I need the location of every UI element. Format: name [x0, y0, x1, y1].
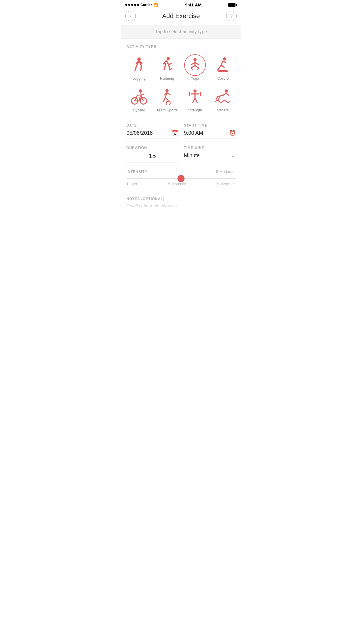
duration-label: DURATION [126, 146, 178, 150]
page-title: Add Exercise [162, 12, 200, 20]
jogging-label: Jogging [132, 76, 146, 80]
others-label: Others [217, 108, 229, 112]
duration-unit-row: DURATION − 15 + TIME UNIT Minute ⌄ [126, 146, 236, 162]
cycling-icon [131, 89, 147, 105]
activity-cycling[interactable]: Cycling [126, 86, 152, 115]
yoga-label: Yoga [191, 76, 199, 80]
duration-minus-button[interactable]: − [126, 153, 131, 160]
notes-section: NOTES (OPTIONAL) Details about the exerc… [126, 197, 236, 208]
yoga-icon-container [186, 56, 204, 74]
calendar-icon: 📅 [172, 130, 178, 136]
strength-icon-container [186, 88, 204, 106]
svg-point-9 [223, 57, 226, 61]
time-unit-field: TIME UNIT Minute ⌄ [184, 146, 236, 162]
slider-labels: 1-Light 5-Moderate 9-Maximum [126, 182, 236, 191]
intensity-max-label: 9-Maximum [217, 182, 236, 186]
carrier-label: Carrier [140, 3, 152, 7]
team-sports-label: Team Sports [157, 108, 178, 112]
svg-point-14 [166, 89, 169, 92]
activity-team-sports[interactable]: Team Sports [154, 86, 180, 115]
help-button[interactable]: ? [226, 11, 237, 21]
running-label: Running [160, 76, 174, 80]
others-icon [215, 89, 231, 105]
duration-field: DURATION − 15 + [126, 146, 178, 162]
svg-point-16 [194, 90, 197, 93]
back-button[interactable]: ‹ [125, 11, 136, 21]
battery-icon [228, 3, 237, 7]
slider-fill [126, 178, 181, 179]
intensity-min-label: 1-Light [126, 182, 137, 186]
svg-rect-17 [189, 92, 190, 96]
activity-yoga[interactable]: Yoga [182, 54, 208, 83]
yoga-icon [189, 57, 201, 73]
svg-point-15 [166, 101, 170, 105]
start-time-label: START TIME [184, 123, 236, 127]
svg-line-3 [135, 66, 137, 70]
slider-track [126, 178, 236, 179]
start-time-value-row[interactable]: 9:00 AM ⏰ [184, 130, 236, 139]
date-value-row[interactable]: 05/08/2018 📅 [126, 130, 178, 139]
intensity-slider-container[interactable] [126, 178, 236, 179]
cardio-icon-container [214, 56, 232, 74]
back-icon: ‹ [130, 13, 131, 19]
start-time-value: 9:00 AM [184, 130, 203, 136]
status-left: Carrier 📶 [125, 3, 158, 7]
help-icon: ? [230, 13, 233, 19]
activity-strength[interactable]: Strength [182, 86, 208, 115]
date-field: DATE 05/08/2018 📅 [126, 123, 178, 139]
chevron-down-icon: ⌄ [231, 152, 236, 159]
duration-value: 15 [149, 152, 156, 160]
time-unit-label: TIME UNIT [184, 146, 236, 150]
activity-others[interactable]: Others [210, 86, 236, 115]
activity-jogging[interactable]: Jogging [126, 54, 152, 83]
intensity-value: 5-Moderate [216, 169, 236, 174]
intensity-mid-label: 5-Moderate [168, 182, 186, 186]
slider-thumb[interactable] [178, 175, 184, 182]
time-unit-dropdown[interactable]: Minute ⌄ [184, 152, 236, 161]
status-time: 9:41 AM [185, 2, 202, 7]
notes-placeholder[interactable]: Details about the exercise... [126, 203, 236, 208]
notes-label: NOTES (OPTIONAL) [126, 197, 236, 201]
nav-bar: ‹ Add Exercise ? [121, 8, 241, 25]
svg-point-11 [139, 89, 142, 92]
svg-point-7 [167, 57, 170, 60]
team-sports-icon [160, 89, 174, 105]
svg-point-8 [194, 58, 197, 61]
svg-line-4 [141, 66, 141, 70]
svg-rect-10 [218, 70, 228, 72]
intensity-label: INTENSITY [126, 170, 147, 174]
team-sports-icon-container [158, 88, 176, 106]
activity-cardio[interactable]: Cardio [210, 54, 236, 83]
activity-grid: Jogging Running [126, 54, 236, 115]
jogging-icon [132, 57, 146, 73]
time-unit-value: Minute [184, 153, 200, 159]
activity-type-label: ACTIVITY TYPE [126, 45, 236, 49]
activity-running[interactable]: Running [154, 54, 180, 83]
clock-icon: ⏰ [229, 130, 236, 136]
signal-dots [125, 4, 139, 6]
svg-point-19 [225, 90, 228, 93]
cardio-icon [216, 57, 230, 73]
plus-icon: + [174, 152, 178, 160]
cycling-label: Cycling [133, 108, 145, 112]
date-time-row: DATE 05/08/2018 📅 START TIME 9:00 AM ⏰ [126, 123, 236, 139]
running-icon-container [158, 56, 176, 74]
status-bar: Carrier 📶 9:41 AM [121, 0, 241, 8]
cycling-icon-container [130, 88, 148, 106]
duration-stepper: − 15 + [126, 152, 178, 162]
duration-plus-button[interactable]: + [174, 153, 178, 160]
strength-label: Strength [188, 108, 202, 112]
svg-rect-18 [200, 92, 201, 96]
tap-banner-text: Tap to select activity type [155, 29, 207, 34]
start-time-field: START TIME 9:00 AM ⏰ [184, 123, 236, 139]
wifi-icon: 📶 [153, 3, 158, 7]
date-label: DATE [126, 123, 178, 127]
activity-type-banner[interactable]: Tap to select activity type [121, 25, 241, 39]
main-content: ACTIVITY TYPE Jogging [121, 39, 241, 217]
cardio-label: Cardio [217, 76, 229, 80]
minus-icon: − [126, 152, 131, 160]
jogging-icon-container [130, 56, 148, 74]
running-icon [160, 57, 174, 73]
strength-icon [188, 89, 202, 105]
intensity-header: INTENSITY 5-Moderate [126, 169, 236, 174]
